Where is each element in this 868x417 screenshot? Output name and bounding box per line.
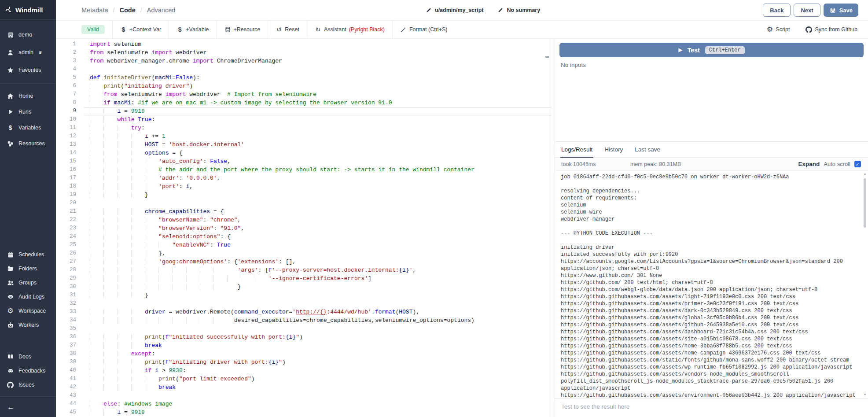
scroll-up-arrow[interactable]: ▲: [862, 172, 868, 177]
code-line: 8 if macM1: #if we are on mac m1 -> cust…: [56, 99, 551, 107]
log-line: [561, 223, 857, 230]
tab-last-save[interactable]: Last save: [635, 142, 660, 157]
sidebar-item-label: Variables: [18, 125, 41, 131]
log-line: selenium: [561, 202, 857, 209]
log-line: https://github.githubassets.com/assets/l…: [561, 293, 857, 300]
code-line: 41 print("port limit exceeded"): [56, 375, 551, 383]
sidebar-item-favorites[interactable]: Favorites: [0, 61, 56, 79]
sidebar-item-folders[interactable]: Folders: [0, 262, 56, 276]
autoscroll-checkbox[interactable]: ✓: [854, 161, 861, 167]
code-line: 25 "enableVNC": True: [56, 241, 551, 249]
line-number: 32: [56, 299, 84, 308]
sidebar-collapse-button[interactable]: ←: [0, 398, 56, 417]
log-line: https://github.githubassets.com/assets/w…: [561, 364, 857, 371]
log-line: https://github.githubassets.com/assets/v…: [561, 371, 857, 392]
sidebar-item-issues[interactable]: Issues: [0, 378, 56, 392]
code-line: 22 "browserName": "chrome",: [56, 216, 551, 224]
sidebar-item-runs[interactable]: Runs: [0, 104, 56, 120]
scroll-thumb[interactable]: [864, 178, 866, 228]
code-line: 35: [56, 325, 551, 333]
breadcrumb-code[interactable]: Code: [120, 7, 136, 14]
log-line: https://accounts.google.com/ListAccounts…: [561, 258, 857, 272]
line-number: 43: [56, 391, 84, 400]
next-button[interactable]: Next: [794, 4, 820, 17]
app-logo[interactable]: Windmill: [0, 0, 56, 20]
log-scrollbar[interactable]: ▲ ▼: [862, 172, 868, 397]
line-number: 14: [56, 149, 84, 157]
line-number: 29: [56, 274, 84, 283]
line-number: 42: [56, 383, 84, 391]
line-number: 22: [56, 216, 84, 224]
script-summary-edit[interactable]: No summary: [497, 7, 540, 14]
scroll-down-arrow[interactable]: ▼: [862, 392, 868, 397]
toolbar-button-script[interactable]: ⚙Script: [766, 26, 790, 33]
dollar-icon: $: [7, 124, 14, 132]
tab-logs-result[interactable]: Logs/Result: [561, 142, 592, 157]
sidebar-item-docs[interactable]: Docs: [0, 350, 56, 364]
sidebar-item-variables[interactable]: $Variables: [0, 120, 56, 136]
pencil-icon: [425, 7, 432, 14]
toolbar-button-assistant[interactable]: ↻Assistant(Pyright Black): [315, 26, 385, 33]
sidebar-item-resources[interactable]: Resources: [0, 136, 56, 151]
toolbar-button-resource[interactable]: +Resource: [224, 26, 261, 33]
line-number: 4: [56, 65, 84, 74]
sidebar-item-label: Runs: [18, 109, 31, 115]
toolbar-button-context-var[interactable]: $+Context Var: [120, 26, 161, 33]
code-line: 11 try:: [56, 124, 551, 132]
log-line: https://github.githubassets.com/static/f…: [561, 357, 857, 364]
toolbar-button-reset[interactable]: ↺Reset: [276, 26, 299, 33]
tab-history[interactable]: History: [604, 142, 623, 157]
code-line: 42 break: [56, 383, 551, 391]
script-path-edit[interactable]: u/admin/my_script: [425, 7, 483, 14]
breadcrumb: Metadata/Code/Advanced: [81, 7, 175, 14]
gear-icon: ⚙: [7, 307, 14, 315]
log-line: https://github.githubassets.com/assets/h…: [561, 343, 857, 350]
building-icon: [7, 31, 14, 39]
back-button[interactable]: Back: [763, 4, 791, 17]
code-line: 29 '--ignore-certificate-errors']: [56, 274, 551, 283]
code-line: 33 driver = webdriver.Remote(command_exe…: [56, 308, 551, 316]
toolbar-button-variable[interactable]: $+Variable: [177, 26, 209, 33]
test-button[interactable]: ▶ Test Ctrl+Enter: [559, 43, 864, 57]
play-icon: [7, 108, 14, 116]
toolbar-button-sync-from-github[interactable]: Sync from Github: [805, 26, 857, 33]
code-line: 14 options = {: [56, 149, 551, 157]
top-header: Metadata/Code/Advanced u/admin/my_script…: [56, 0, 868, 21]
breadcrumb-advanced[interactable]: Advanced: [147, 7, 176, 14]
log-line: resolving dependencies...: [561, 188, 857, 195]
line-number: 37: [56, 341, 84, 350]
code-line: 10 while True:: [56, 115, 551, 124]
sidebar-item-home[interactable]: Home: [0, 88, 56, 104]
log-output[interactable]: job 01864aff-22dd-cf40-f0c5-0ec8e9b50c70…: [555, 171, 868, 398]
breadcrumb-metadata[interactable]: Metadata: [81, 7, 108, 14]
sidebar-item-workspace[interactable]: ⚙Workspace: [0, 304, 56, 318]
log-line: https://github.githubassets.com/assets/d…: [561, 307, 857, 314]
log-line: job 01864aff-22dd-cf40-f0c5-0ec8e9b50c70…: [561, 173, 857, 181]
sidebar-item-groups[interactable]: Groups: [0, 276, 56, 290]
sidebar-item-workers[interactable]: Workers: [0, 318, 56, 332]
toolbar-button-format-ctrl-s[interactable]: Format (Ctrl+S): [400, 26, 447, 33]
sidebar-item-audit-logs[interactable]: Audit Logs: [0, 290, 56, 304]
sidebar-item-label: Feedbacks: [18, 368, 45, 374]
result-placeholder: Test to see the result here: [555, 398, 868, 417]
script-summary: No summary: [507, 7, 540, 13]
sidebar-item-demo[interactable]: demo: [0, 26, 56, 44]
autoscroll-label: Auto scroll: [824, 161, 850, 167]
code-line: 39 print(f"initiating driver with port:{…: [56, 358, 551, 366]
line-number: 44: [56, 400, 84, 408]
code-line: 27 'goog:chromeOptions': {'extensions': …: [56, 258, 551, 266]
sidebar-item-schedules[interactable]: Schedules: [0, 247, 56, 262]
line-number: 21: [56, 207, 84, 216]
code-line: 28 'args': [f'--proxy-server=host.docker…: [56, 266, 551, 274]
expand-button[interactable]: Expand: [798, 161, 820, 167]
github-icon: [805, 26, 812, 33]
panel-splitter[interactable]: [551, 39, 555, 417]
code-line: 44 else: #windows image: [56, 400, 551, 408]
save-button[interactable]: Save: [824, 4, 858, 17]
line-number: 39: [56, 358, 84, 366]
sidebar-item-feedbacks[interactable]: Feedbacks: [0, 364, 56, 378]
code-editor[interactable]: 1import selenium2from seleniumwire impor…: [56, 39, 551, 417]
sidebar-item-admin[interactable]: admin♛: [0, 44, 56, 61]
code-line: 12 i += 1: [56, 132, 551, 140]
github-icon: [7, 381, 14, 389]
